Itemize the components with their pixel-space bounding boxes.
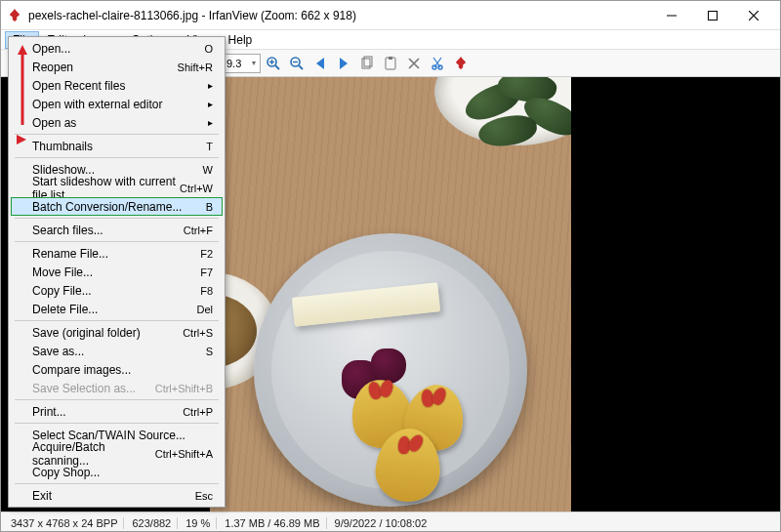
status-date: 9/9/2022 / 10:08:02 [329,517,433,529]
menu-slideshow-current[interactable]: Start slideshow with current file listCt… [11,179,223,197]
submenu-arrow-icon: ▸ [208,99,213,109]
chevron-down-icon: ▾ [252,59,256,67]
svg-rect-12 [389,57,392,60]
prev-button[interactable] [309,53,331,74]
menu-separator [15,134,219,135]
annotation-arrow-batch [15,133,28,146]
maximize-button[interactable] [692,2,733,29]
app-icon [7,8,22,23]
menu-copy-shop[interactable]: Copy Shop... [11,463,223,481]
delete-button[interactable] [403,53,425,74]
menu-exit[interactable]: ExitEsc [11,486,223,505]
menu-thumbnails[interactable]: ThumbnailsT [11,137,223,155]
paste-button[interactable] [380,53,401,74]
menu-rename-file[interactable]: Rename File...F2 [11,244,223,263]
copy-button[interactable] [356,53,378,74]
menu-copy-file[interactable]: Copy File...F8 [11,281,223,300]
window-buttons [651,2,774,29]
menu-compare-images[interactable]: Compare images... [11,360,223,379]
displayed-image [210,77,571,512]
menu-reopen[interactable]: ReopenShift+R [11,58,223,76]
window-title: pexels-rachel-claire-8113066.jpg - Irfan… [28,9,651,22]
svg-rect-0 [667,15,677,16]
menu-acquire[interactable]: Acquire/Batch scanning...Ctrl+Shift+A [11,444,223,463]
menu-open[interactable]: Open...O [11,39,223,58]
submenu-arrow-icon: ▸ [208,80,213,91]
menu-delete-file[interactable]: Delete File...Del [11,300,223,318]
menu-help[interactable]: Help [221,31,261,49]
irfan-icon[interactable] [450,53,472,74]
menu-save-selection: Save Selection as...Ctrl+Shift+B [11,379,223,397]
menu-separator [15,157,219,158]
zoom-in-button[interactable] [263,53,284,74]
status-dimensions: 3437 x 4768 x 24 BPP [5,517,124,529]
cut-button[interactable] [427,53,448,74]
menu-save-as[interactable]: Save as...S [11,342,223,360]
next-button[interactable] [333,53,354,74]
menu-move-file[interactable]: Move File...F7 [11,263,223,281]
menu-separator [15,320,219,321]
menu-search-files[interactable]: Search files...Ctrl+F [11,221,223,239]
menu-save-original[interactable]: Save (original folder)Ctrl+S [11,323,223,342]
statusbar: 3437 x 4768 x 24 BPP 623/882 19 % 1.37 M… [1,512,780,532]
menu-open-external[interactable]: Open with external editor▸ [11,95,223,113]
minimize-button[interactable] [651,2,692,29]
svg-marker-16 [18,45,27,55]
menu-open-recent[interactable]: Open Recent files▸ [11,76,223,95]
zoom-out-button[interactable] [286,53,308,74]
window-titlebar: pexels-rachel-claire-8113066.jpg - Irfan… [1,1,780,30]
annotation-arrow-file [16,45,29,133]
status-zoom: 19 % [180,517,217,529]
zoom-combo[interactable]: 9.3 ▾ [224,54,261,73]
menu-separator [15,241,219,242]
menu-separator [15,483,219,484]
svg-line-3 [275,65,279,69]
menu-open-as[interactable]: Open as▸ [11,113,223,132]
status-index: 623/882 [126,517,178,529]
menu-separator [15,218,219,219]
zoom-value: 9.3 [226,58,241,69]
menu-batch-conversion[interactable]: Batch Conversion/Rename...B [11,197,223,216]
close-button[interactable] [733,2,774,29]
menu-separator [15,399,219,400]
svg-rect-1 [709,11,718,20]
submenu-arrow-icon: ▸ [208,117,213,128]
menu-print[interactable]: Print...Ctrl+P [11,402,223,421]
svg-line-7 [299,65,303,69]
menu-separator [15,423,219,424]
svg-marker-17 [17,135,26,144]
file-menu-dropdown: Open...O ReopenShift+R Open Recent files… [8,36,226,508]
status-size: 1.37 MB / 46.89 MB [219,517,326,529]
